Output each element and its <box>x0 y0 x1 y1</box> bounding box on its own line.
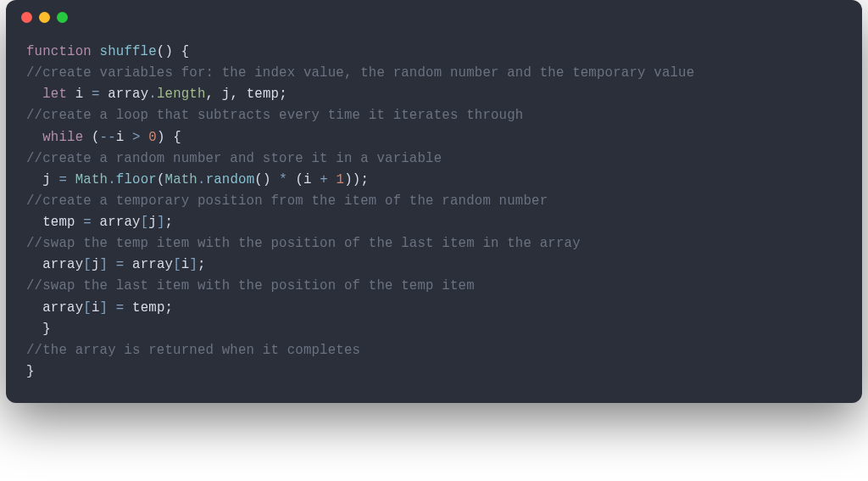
token-number: 0 <box>148 130 157 145</box>
token-bracket: ] <box>100 300 108 316</box>
comment-text: //create a loop that subtracts every tim… <box>26 108 523 123</box>
token-operator: = <box>116 257 125 272</box>
token-ident: i <box>75 87 84 102</box>
token-operator: . <box>108 172 116 187</box>
code-area: function shuffle() {//create variables f… <box>6 30 862 403</box>
code-line: while (--i > 0) { <box>26 127 842 148</box>
token-operator: + <box>320 172 328 187</box>
comment-text: //swap the temp item with the position o… <box>26 236 581 251</box>
token-ident: array <box>100 215 141 230</box>
token-ident: i <box>92 300 100 316</box>
comment-text: //the array is returned when it complete… <box>26 343 360 358</box>
token-ident: array <box>108 87 148 102</box>
code-line: j = Math.floor(Math.random() * (i + 1)); <box>26 170 842 191</box>
token-prop: length <box>157 87 206 102</box>
code-window: function shuffle() {//create variables f… <box>6 0 862 403</box>
token-ident: i <box>303 172 312 187</box>
token-operator: = <box>92 87 100 102</box>
comment-text: //swap the last item with the position o… <box>26 278 475 294</box>
token-method: random <box>206 172 255 187</box>
token-operator: = <box>83 215 92 230</box>
comment-text: //create a temporary position from the i… <box>26 193 548 209</box>
token-semicolon: ; <box>165 215 174 230</box>
code-line: //the array is returned when it complete… <box>26 340 842 361</box>
token-ident: j <box>92 257 100 272</box>
token-bracket: ] <box>189 257 198 272</box>
token-method: floor <box>116 172 157 187</box>
token-ident: i <box>116 130 125 145</box>
code-line: array[i] = temp; <box>26 298 842 319</box>
token-brace: { <box>173 130 181 145</box>
token-brace: } <box>26 364 35 379</box>
maximize-icon[interactable] <box>57 12 68 23</box>
token-ident: temp <box>247 87 279 102</box>
token-paren: () <box>157 44 173 59</box>
token-ident: array <box>132 257 173 272</box>
token-bracket: [ <box>83 257 92 272</box>
token-bracket: [ <box>141 215 149 230</box>
token-operator: . <box>148 87 157 102</box>
code-line: let i = array.length, j, temp; <box>26 84 842 105</box>
token-number: 1 <box>337 172 345 187</box>
code-line: //swap the last item with the position o… <box>26 276 842 297</box>
code-line: //create a loop that subtracts every tim… <box>26 105 842 126</box>
token-paren: ( <box>92 130 100 145</box>
token-ident: i <box>181 257 190 272</box>
token-brace: } <box>42 322 51 337</box>
token-ident: temp <box>132 300 164 316</box>
token-bracket: ] <box>157 215 165 230</box>
code-line: //create variables for: the index value,… <box>26 63 842 84</box>
token-object: Math <box>165 172 198 187</box>
token-paren: ( <box>157 172 165 187</box>
token-comma: , <box>230 87 238 102</box>
token-paren: ) <box>157 130 165 145</box>
token-ident: array <box>42 257 83 272</box>
code-line: temp = array[j]; <box>26 212 842 233</box>
comment-text: //create variables for: the index value,… <box>26 65 694 81</box>
token-semicolon: ; <box>279 87 287 102</box>
token-funcname: shuffle <box>100 44 157 59</box>
token-keyword: function <box>26 44 92 59</box>
token-ident: array <box>42 300 83 316</box>
token-keyword: while <box>42 130 83 145</box>
token-paren: )) <box>344 172 360 187</box>
token-ident: j <box>42 172 51 187</box>
token-bracket: [ <box>173 257 181 272</box>
code-line: } <box>26 361 842 383</box>
code-line: function shuffle() { <box>26 42 842 63</box>
token-operator: = <box>58 172 67 187</box>
token-comma: , <box>206 87 214 102</box>
token-ident: temp <box>42 215 75 230</box>
code-line: } <box>26 319 842 340</box>
token-operator: = <box>116 300 125 316</box>
close-icon[interactable] <box>21 12 32 23</box>
comment-text: //create a random number and store it in… <box>26 151 442 166</box>
code-line: array[j] = array[i]; <box>26 254 842 276</box>
code-line: //create a temporary position from the i… <box>26 191 842 212</box>
token-paren: ( <box>295 172 303 187</box>
window-titlebar <box>6 0 862 30</box>
token-bracket: [ <box>83 300 92 316</box>
token-paren: () <box>254 172 270 187</box>
token-keyword: let <box>42 87 67 102</box>
code-line: //create a random number and store it in… <box>26 148 842 170</box>
token-ident: j <box>148 215 157 230</box>
token-operator: -- <box>100 130 116 145</box>
token-semicolon: ; <box>198 257 206 272</box>
token-brace: { <box>181 44 190 59</box>
token-semicolon: ; <box>360 172 369 187</box>
code-line: //swap the temp item with the position o… <box>26 233 842 254</box>
token-operator: * <box>279 172 287 187</box>
token-operator: > <box>132 130 141 145</box>
token-bracket: ] <box>100 257 108 272</box>
token-object: Math <box>75 172 108 187</box>
token-operator: . <box>198 172 206 187</box>
token-semicolon: ; <box>165 300 174 316</box>
minimize-icon[interactable] <box>39 12 50 23</box>
